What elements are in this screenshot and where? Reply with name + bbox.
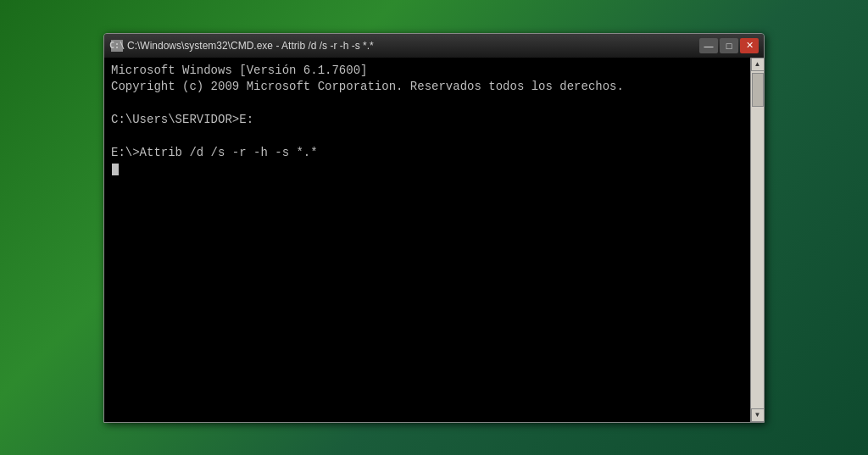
minimize-button[interactable]: — [699, 38, 718, 53]
window-body: Microsoft Windows [Versión 6.1.7600] Cop… [104, 58, 764, 422]
title-bar-text: C:\Windows\system32\CMD.exe - Attrib /d … [127, 40, 374, 52]
terminal-line-2 [111, 96, 743, 113]
close-button[interactable]: ✕ [740, 38, 759, 53]
terminal-cursor-line [111, 162, 743, 179]
cmd-window: C:\ C:\Windows\system32\CMD.exe - Attrib… [103, 33, 765, 423]
maximize-button[interactable]: □ [720, 38, 738, 53]
terminal-line-4 [111, 129, 743, 146]
terminal-line-1: Copyright (c) 2009 Microsoft Corporation… [111, 79, 743, 96]
title-bar-left: C:\ C:\Windows\system32\CMD.exe - Attrib… [111, 40, 374, 52]
scrollbar-track [751, 71, 764, 408]
terminal-output[interactable]: Microsoft Windows [Versión 6.1.7600] Cop… [104, 58, 750, 422]
terminal-line-3: C:\Users\SERVIDOR>E: [111, 112, 743, 129]
title-bar-controls: — □ ✕ [699, 38, 759, 53]
title-bar: C:\ C:\Windows\system32\CMD.exe - Attrib… [104, 34, 764, 58]
terminal-line-0: Microsoft Windows [Versión 6.1.7600] [111, 63, 743, 80]
scroll-up-arrow[interactable]: ▲ [751, 58, 765, 71]
cmd-icon: C:\ [111, 40, 123, 52]
scroll-down-arrow[interactable]: ▼ [751, 408, 765, 422]
terminal-line-5: E:\>Attrib /d /s -r -h -s *.* [111, 145, 743, 162]
scrollbar[interactable]: ▲ ▼ [750, 58, 764, 422]
scrollbar-thumb[interactable] [752, 73, 764, 107]
cursor [112, 164, 119, 175]
